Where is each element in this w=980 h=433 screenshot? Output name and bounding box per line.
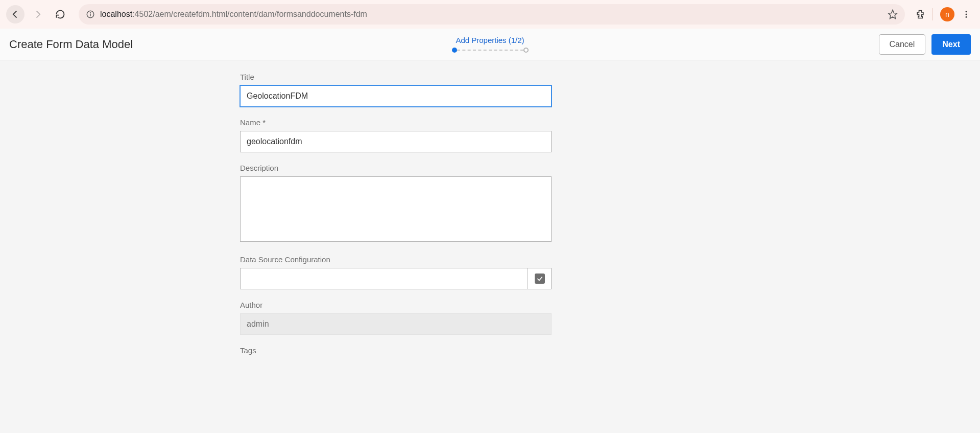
content-area: Title Name * Description Data Source Con…	[0, 60, 980, 433]
field-author: Author admin	[240, 301, 552, 335]
author-value: admin	[247, 320, 269, 329]
toolbar-divider	[933, 8, 933, 20]
field-title: Title	[240, 73, 552, 107]
svg-point-5	[966, 14, 967, 15]
header-actions: Cancel Next	[879, 34, 971, 55]
wizard-stepper: Add Properties (1/2)	[452, 36, 529, 53]
step-connector	[457, 50, 523, 51]
arrow-right-icon	[33, 9, 43, 19]
name-input[interactable]	[240, 131, 552, 152]
field-name: Name *	[240, 118, 552, 152]
browser-reload-button[interactable]	[51, 5, 69, 24]
stepper-track	[452, 48, 529, 53]
url-text: localhost:4502/aem/createfdm.html/conten…	[100, 10, 367, 19]
bookmark-star-icon[interactable]	[888, 9, 898, 19]
author-readonly: admin	[240, 313, 552, 335]
browser-toolbar: localhost:4502/aem/createfdm.html/conten…	[0, 0, 980, 29]
tags-label: Tags	[240, 346, 552, 355]
next-button[interactable]: Next	[931, 34, 971, 55]
field-data-source-config: Data Source Configuration	[240, 255, 552, 289]
name-label: Name *	[240, 118, 552, 127]
reload-icon	[55, 9, 65, 19]
svg-marker-3	[889, 10, 897, 19]
field-description: Description	[240, 164, 552, 244]
page-title: Create Form Data Model	[9, 38, 133, 51]
profile-avatar[interactable]: n	[940, 7, 954, 21]
svg-point-4	[966, 11, 967, 12]
app-header: Create Form Data Model Add Properties (1…	[0, 29, 980, 60]
dsconfig-input[interactable]	[240, 268, 528, 289]
svg-point-6	[966, 16, 967, 18]
description-textarea[interactable]	[240, 176, 552, 242]
site-info-icon[interactable]	[86, 10, 95, 19]
description-label: Description	[240, 164, 552, 172]
dsconfig-picker-button[interactable]	[528, 268, 552, 289]
browser-menu-icon[interactable]	[959, 10, 974, 19]
stepper-step-label: Add Properties (1/2)	[452, 36, 529, 44]
svg-point-2	[90, 12, 91, 13]
cancel-button[interactable]: Cancel	[879, 34, 926, 55]
checkmark-icon	[535, 274, 545, 284]
avatar-letter: n	[945, 10, 949, 18]
dsconfig-label: Data Source Configuration	[240, 255, 552, 264]
form-column: Title Name * Description Data Source Con…	[240, 60, 552, 386]
title-label: Title	[240, 73, 552, 81]
arrow-left-icon	[10, 9, 20, 19]
step-dot-1[interactable]	[452, 48, 457, 53]
browser-address-bar[interactable]: localhost:4502/aem/createfdm.html/conten…	[79, 4, 905, 25]
field-tags: Tags	[240, 346, 552, 355]
author-label: Author	[240, 301, 552, 309]
dsconfig-group	[240, 268, 552, 289]
title-input[interactable]	[240, 85, 552, 107]
extensions-icon[interactable]	[915, 9, 925, 19]
browser-forward-button	[29, 5, 47, 24]
step-dot-2[interactable]	[523, 48, 529, 53]
browser-back-button[interactable]	[6, 5, 25, 24]
